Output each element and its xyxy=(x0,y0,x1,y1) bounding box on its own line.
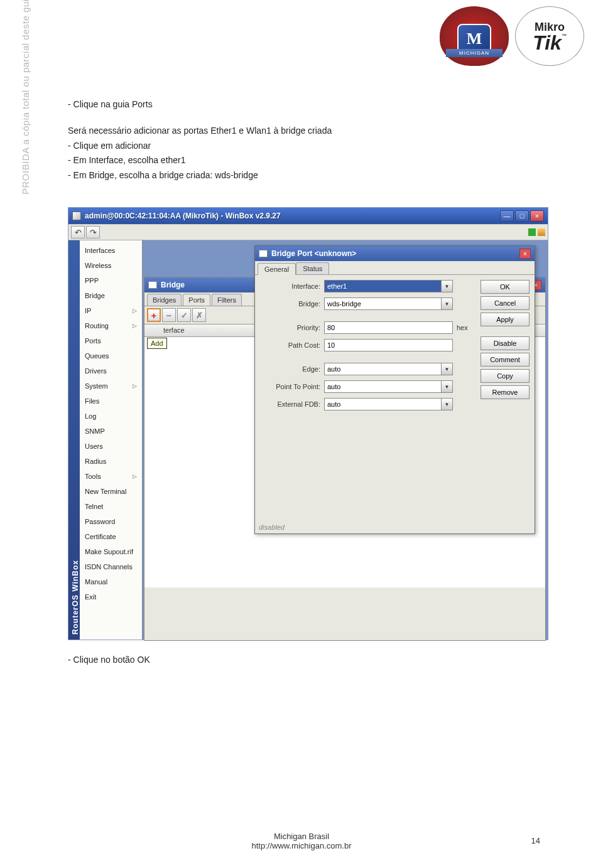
priority-input[interactable] xyxy=(324,321,453,334)
menu-item-telnet[interactable]: Telnet xyxy=(80,499,142,514)
submenu-arrow-icon: ▷ xyxy=(133,308,137,314)
priority-label: Priority: xyxy=(260,324,324,331)
add-tooltip: Add xyxy=(147,338,167,349)
interface-label: Interface: xyxy=(260,282,324,290)
submenu-arrow-icon: ▷ xyxy=(133,383,137,389)
tab-status[interactable]: Status xyxy=(296,262,329,274)
bridge-input[interactable] xyxy=(324,297,442,310)
menu-item-tools[interactable]: Tools▷ xyxy=(80,469,142,484)
tab-bridges[interactable]: Bridges xyxy=(147,294,182,306)
instruction-line: - Clique em adicionar xyxy=(68,139,332,154)
menu-item-interfaces[interactable]: Interfaces xyxy=(80,243,142,258)
fdb-dropdown[interactable]: ▼ xyxy=(442,398,453,410)
close-button[interactable]: × xyxy=(530,210,544,222)
instruction-heading: - Clique na guia Ports xyxy=(68,97,332,112)
edge-input[interactable] xyxy=(324,363,442,375)
menu-item-files[interactable]: Files xyxy=(80,394,142,409)
menu-item-manual[interactable]: Manual xyxy=(80,574,142,589)
instruction-line: Será necessário adicionar as portas Ethe… xyxy=(68,124,332,139)
apply-button[interactable]: Apply xyxy=(481,313,530,326)
footer-instruction: - Clique no botão OK xyxy=(68,655,150,665)
bridge-dropdown[interactable]: ▼ xyxy=(442,297,453,310)
bridge-port-dialog: Bridge Port <unknown> × General Status I… xyxy=(254,245,535,534)
port-dialog-tabs: General Status xyxy=(255,261,535,275)
cancel-button[interactable]: Cancel xyxy=(481,296,530,310)
priority-suffix: hex xyxy=(457,324,474,331)
copyright-watermark: PROIBIDA a cópia total ou parcial deste … xyxy=(20,0,31,195)
menu-item-drivers[interactable]: Drivers xyxy=(80,363,142,378)
menu-item-ip[interactable]: IP▷ xyxy=(80,303,142,318)
submenu-arrow-icon: ▷ xyxy=(133,473,137,480)
menu-item-new-terminal[interactable]: New Terminal xyxy=(80,484,142,499)
menu-item-log[interactable]: Log xyxy=(80,409,142,424)
window-title: admin@00:0C:42:11:04:AA (MikroTik) - Win… xyxy=(85,212,499,220)
mikrotik-logo: Mikro Tik™ xyxy=(515,6,584,66)
fdb-label: External FDB: xyxy=(260,400,324,408)
remove-button[interactable]: Remove xyxy=(481,385,530,399)
undo-button[interactable]: ↶ xyxy=(71,226,85,238)
toolbar: ↶ ↷ xyxy=(68,224,548,240)
port-dialog-icon xyxy=(259,250,268,257)
page-footer: Michigan Brasil http://www.michigan.com.… xyxy=(0,832,603,850)
menu-item-make-supout.rif[interactable]: Make Supout.rif xyxy=(80,544,142,559)
menu-item-queues[interactable]: Queues xyxy=(80,348,142,363)
menu-item-isdn-channels[interactable]: ISDN Channels xyxy=(80,559,142,574)
instruction-line: - Em Interface, escolha ether1 xyxy=(68,153,332,168)
menu-item-ppp[interactable]: PPP xyxy=(80,273,142,288)
copy-button[interactable]: Copy xyxy=(481,369,530,383)
port-dialog-titlebar: Bridge Port <unknown> × xyxy=(255,246,535,261)
fdb-input[interactable] xyxy=(324,398,442,410)
ptp-dropdown[interactable]: ▼ xyxy=(442,380,453,393)
michigan-logo: M MICHIGAN xyxy=(440,6,509,66)
menu-item-wireless[interactable]: Wireless xyxy=(80,258,142,273)
add-button[interactable]: + xyxy=(147,308,161,322)
app-icon xyxy=(72,212,81,220)
maximize-button[interactable]: □ xyxy=(515,210,529,222)
lock-icon xyxy=(538,228,545,236)
menu-item-ports[interactable]: Ports xyxy=(80,333,142,348)
redo-button[interactable]: ↷ xyxy=(86,226,100,238)
bridge-label: Bridge: xyxy=(260,300,324,308)
menu-item-bridge[interactable]: Bridge xyxy=(80,288,142,303)
port-form: Interface: ▼ Bridge: ▼ xyxy=(260,280,474,513)
dialog-status: disabled xyxy=(259,523,285,531)
winbox-screenshot: admin@00:0C:42:11:04:AA (MikroTik) - Win… xyxy=(68,207,548,640)
footer-url: http://www.michigan.com.br xyxy=(0,841,603,850)
edge-dropdown[interactable]: ▼ xyxy=(442,363,453,375)
tab-ports[interactable]: Ports xyxy=(183,294,210,306)
vertical-brand: RouterOS WinBox xyxy=(68,240,80,640)
ptp-input[interactable] xyxy=(324,380,442,393)
pathcost-input[interactable] xyxy=(324,339,453,351)
interface-dropdown[interactable]: ▼ xyxy=(442,280,453,292)
port-dialog-title: Bridge Port <unknown> xyxy=(271,249,519,258)
footer-company: Michigan Brasil xyxy=(0,832,603,841)
enable-button[interactable]: ✓ xyxy=(177,308,191,322)
menu-item-password[interactable]: Password xyxy=(80,514,142,529)
menu-item-certificate[interactable]: Certificate xyxy=(80,529,142,544)
menu-item-users[interactable]: Users xyxy=(80,439,142,454)
content-area: Bridge × Bridges Ports Filters + − ✓ ✗ A… xyxy=(143,240,548,640)
remove-button[interactable]: − xyxy=(162,308,176,322)
header-logos: M MICHIGAN Mikro Tik™ xyxy=(440,6,584,66)
tab-general[interactable]: General xyxy=(258,263,296,275)
ok-button[interactable]: OK xyxy=(481,280,530,294)
window-titlebar: admin@00:0C:42:11:04:AA (MikroTik) - Win… xyxy=(68,208,548,224)
instruction-line: - Em Bridge, escolha a bridge criada: wd… xyxy=(68,168,332,183)
menu-item-system[interactable]: System▷ xyxy=(80,378,142,394)
disable-button[interactable]: Disable xyxy=(481,336,530,350)
port-dialog-close[interactable]: × xyxy=(519,249,531,259)
minimize-button[interactable]: — xyxy=(500,210,514,222)
ptp-label: Point To Point: xyxy=(260,383,324,390)
pathcost-label: Path Cost: xyxy=(260,341,324,349)
dialog-buttons: OK Cancel Apply Disable Comment Copy Rem… xyxy=(481,280,530,513)
main-menu: InterfacesWirelessPPPBridgeIP▷Routing▷Po… xyxy=(80,240,143,640)
menu-item-exit[interactable]: Exit xyxy=(80,589,142,604)
menu-item-snmp[interactable]: SNMP xyxy=(80,424,142,439)
comment-button[interactable]: Comment xyxy=(481,353,530,367)
edge-label: Edge: xyxy=(260,365,324,373)
menu-item-radius[interactable]: Radius xyxy=(80,454,142,469)
interface-input[interactable] xyxy=(324,280,442,292)
tab-filters[interactable]: Filters xyxy=(212,294,242,306)
disable-button[interactable]: ✗ xyxy=(192,308,206,322)
menu-item-routing[interactable]: Routing▷ xyxy=(80,318,142,333)
